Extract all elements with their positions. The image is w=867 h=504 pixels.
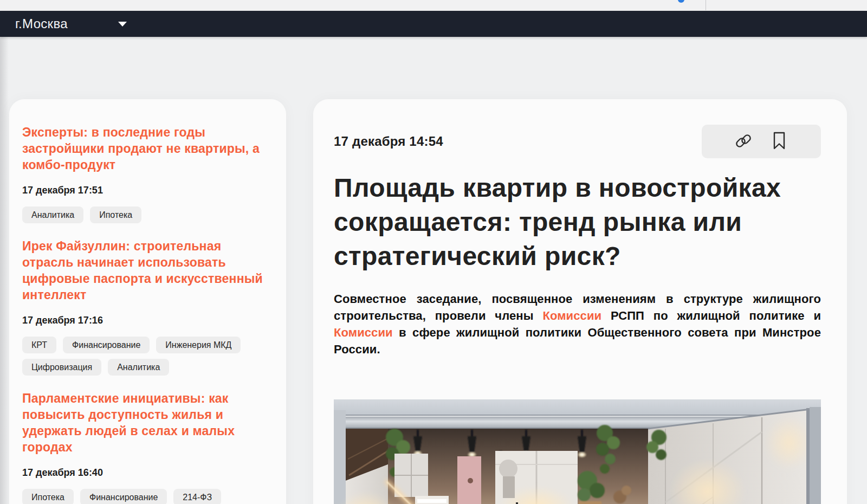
lead-link-commission-2[interactable]: Комиссии [334,326,393,339]
page-body: Эксперты: в последние годы застройщики п… [0,37,867,504]
tag-chip[interactable]: Ипотека [90,206,141,223]
tag-chip[interactable]: 214-ФЗ [173,489,221,504]
sidebar-news-date: 17 декабря 16:40 [22,467,273,479]
interior-photo-illustration [334,399,821,504]
sidebar-news-title-link[interactable]: Парламентские инициативы: как повысить д… [22,390,273,455]
chevron-down-icon[interactable] [118,22,127,27]
sidebar-news-item: Парламентские инициативы: как повысить д… [22,390,273,504]
tag-chip[interactable]: Инженерия МКД [156,337,241,353]
top-strip-divider [706,0,706,10]
browser-top-strip [0,0,867,11]
location-bar: г.Москва [0,11,867,37]
sidebar-news-tags: Ипотека Финансирование 214-ФЗ [22,489,273,504]
article-date: 17 декабря 14:54 [334,134,443,149]
article-header: 17 декабря 14:54 [334,125,821,158]
article-lead: Совместное заседание, посвященное измене… [334,290,821,358]
tag-chip[interactable]: Ипотека [22,489,74,504]
bookmark-button[interactable] [769,132,789,151]
sidebar-news-tags: Аналитика Ипотека [22,206,273,223]
tag-chip[interactable]: Аналитика [108,359,169,376]
lead-text: в сфере жилищной политики Общественного … [334,326,821,356]
lead-link-commission-1[interactable]: Комиссии [542,309,601,322]
tag-chip[interactable]: Цифровизация [22,359,101,376]
city-selector-label[interactable]: г.Москва [15,16,68,31]
article-panel: 17 декабря 14:54 [313,99,847,504]
link-icon [734,131,753,152]
browser-icon-fragment [678,0,684,3]
tag-chip[interactable]: КРТ [22,337,56,353]
news-sidebar: Эксперты: в последние годы застройщики п… [9,99,286,504]
sidebar-news-date: 17 декабря 17:16 [22,315,273,326]
tag-chip[interactable]: Аналитика [22,206,83,223]
sidebar-news-item: Эксперты: в последние годы застройщики п… [22,124,273,223]
sidebar-news-title-link[interactable]: Ирек Файзуллин: строительная отрасль нач… [22,238,273,303]
sidebar-news-title-link[interactable]: Эксперты: в последние годы застройщики п… [22,124,273,173]
tag-chip[interactable]: Финансирование [63,337,150,353]
article-actions [702,125,821,158]
bookmark-icon [772,131,786,152]
lead-text: РСПП по жилищной политике и [601,309,821,322]
left-edge-shadow [0,37,9,504]
sidebar-news-tags: КРТ Финансирование Инженерия МКД Цифрови… [22,337,273,376]
sidebar-news-date: 17 декабря 17:51 [22,185,273,196]
tag-chip[interactable]: Финансирование [80,489,167,504]
article-image [334,399,821,504]
sidebar-news-item: Ирек Файзуллин: строительная отрасль нач… [22,238,273,376]
copy-link-button[interactable] [734,132,753,151]
article-title: Площадь квартир в новостройках сокращает… [334,171,821,273]
